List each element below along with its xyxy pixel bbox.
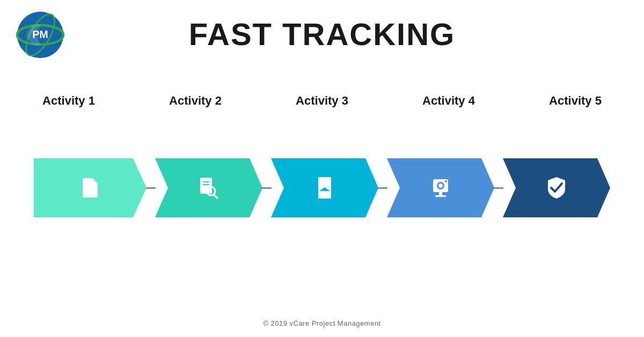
- activity-4-label: Activity 4: [395, 94, 502, 108]
- connector-2: [262, 187, 272, 189]
- activity-5-shape: [503, 158, 610, 217]
- activity-5-arrow: [503, 158, 610, 217]
- svg-rect-20: [435, 195, 446, 197]
- activity-2-label: Activity 2: [142, 94, 249, 108]
- document-icon: [77, 175, 103, 201]
- page-title: FAST TRACKING: [0, 16, 644, 52]
- projector-icon: [428, 175, 453, 201]
- activity-5-label: Activity 5: [522, 94, 629, 108]
- svg-line-11: [214, 194, 217, 198]
- activity-1-label: Activity 1: [15, 94, 122, 108]
- footer: © 2019 vCare Project Management: [0, 319, 644, 327]
- checkmark-shield-icon: [544, 175, 569, 201]
- activity-4-shape: [387, 158, 494, 217]
- activity-2-shape: [155, 158, 262, 217]
- activity-1-shape: [34, 158, 147, 217]
- activity-1-arrow: [34, 158, 147, 217]
- activity-3-arrow: [271, 158, 378, 217]
- copyright-text: © 2019 vCare Project Management: [263, 319, 380, 327]
- connector-1: [146, 187, 156, 189]
- connector-3: [378, 187, 387, 189]
- search-document-icon: [196, 175, 222, 201]
- activity-3-shape: [271, 158, 378, 217]
- activity-2-arrow: [155, 158, 262, 217]
- connector-4: [494, 187, 503, 189]
- arrows-row: [0, 158, 644, 217]
- svg-point-21: [445, 180, 447, 182]
- labels-row: Activity 1 Activity 2 Activity 3 Activit…: [0, 94, 644, 108]
- bookmark-icon: [312, 175, 338, 201]
- svg-point-18: [438, 184, 443, 188]
- activity-3-label: Activity 3: [268, 94, 376, 108]
- activity-4-arrow: [387, 158, 494, 217]
